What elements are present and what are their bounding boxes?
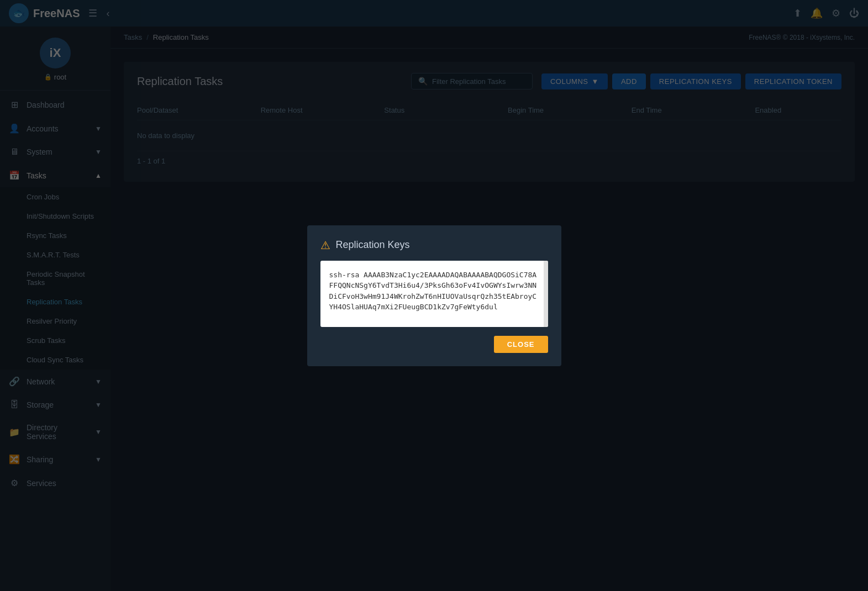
close-button[interactable]: CLOSE: [494, 336, 548, 353]
key-text: ssh-rsa AAAAB3NzaC1yc2EAAAADAQABAAAABAQD…: [329, 271, 537, 312]
modal-actions: CLOSE: [320, 336, 548, 353]
modal-title-text: Replication Keys: [336, 239, 410, 251]
modal-overlay: ⚠ Replication Keys ssh-rsa AAAAB3NzaC1yc…: [0, 0, 868, 591]
replication-keys-modal: ⚠ Replication Keys ssh-rsa AAAAB3NzaC1yc…: [307, 225, 561, 366]
modal-key-content: ssh-rsa AAAAB3NzaC1yc2EAAAADAQABAAAABAQD…: [320, 261, 548, 327]
modal-scrollbar[interactable]: [544, 261, 548, 327]
warning-icon: ⚠: [320, 239, 330, 252]
modal-title: ⚠ Replication Keys: [320, 239, 548, 252]
